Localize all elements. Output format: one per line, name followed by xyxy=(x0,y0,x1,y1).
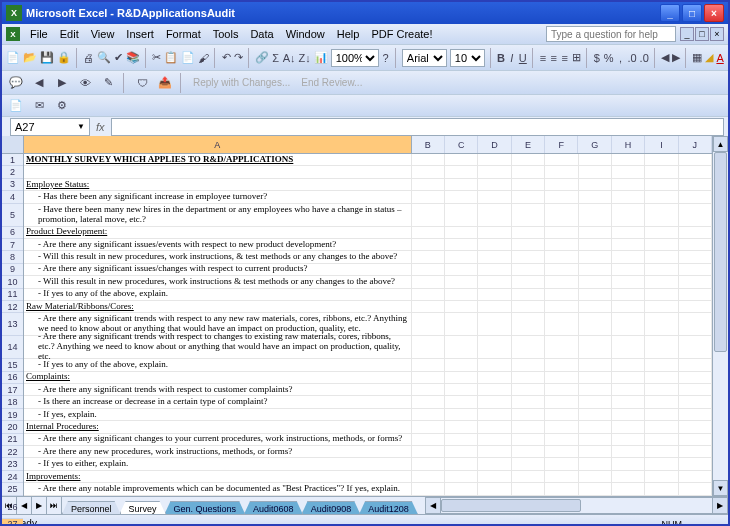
hscroll-thumb[interactable] xyxy=(441,499,581,512)
cell[interactable]: - Has there been any significant increas… xyxy=(24,191,412,202)
cell[interactable] xyxy=(478,409,511,420)
cell[interactable] xyxy=(412,239,445,250)
cell[interactable] xyxy=(612,421,645,432)
cell[interactable] xyxy=(645,336,678,358)
table-row[interactable]: MONTHLY SURVEY WHICH APPLIES TO R&D/APPL… xyxy=(24,154,712,166)
cell[interactable] xyxy=(512,239,545,250)
cell[interactable] xyxy=(445,251,478,262)
cell[interactable] xyxy=(545,239,578,250)
table-row[interactable]: - Are there any new procedures, work ins… xyxy=(24,446,712,458)
cell[interactable] xyxy=(679,154,712,165)
cell[interactable] xyxy=(545,471,578,482)
col-header-E[interactable]: E xyxy=(512,136,545,153)
cell[interactable] xyxy=(512,166,545,177)
cell[interactable] xyxy=(612,483,645,494)
table-row[interactable]: Improvements: xyxy=(24,471,712,483)
row-header[interactable]: 9 xyxy=(2,264,23,276)
cell[interactable] xyxy=(579,396,612,407)
cell[interactable] xyxy=(545,359,578,370)
cell[interactable] xyxy=(579,409,612,420)
menu-file[interactable]: File xyxy=(24,26,54,42)
cell[interactable] xyxy=(612,239,645,250)
cell[interactable] xyxy=(545,458,578,469)
table-row[interactable]: - Will this result in new procedures, wo… xyxy=(24,276,712,288)
cell[interactable] xyxy=(478,483,511,494)
cell[interactable] xyxy=(579,179,612,190)
pdf-settings-icon[interactable]: ⚙ xyxy=(52,96,72,116)
cell[interactable] xyxy=(545,204,578,226)
col-header-G[interactable]: G xyxy=(578,136,611,153)
cell[interactable] xyxy=(545,446,578,457)
cell[interactable] xyxy=(679,409,712,420)
menu-pdf[interactable]: PDF Create! xyxy=(365,26,438,42)
cell[interactable] xyxy=(612,204,645,226)
cell[interactable] xyxy=(412,289,445,300)
row-header[interactable]: 7 xyxy=(2,239,23,251)
table-row[interactable]: - Have there been many new hires in the … xyxy=(24,204,712,227)
cell[interactable] xyxy=(612,396,645,407)
save-icon[interactable]: 💾 xyxy=(40,48,54,68)
sheet-tab[interactable]: Gen. Questions xyxy=(165,501,246,514)
cell[interactable] xyxy=(445,372,478,383)
scroll-down-icon[interactable]: ▼ xyxy=(713,480,728,496)
cell[interactable]: - Have there been many new hires in the … xyxy=(24,204,412,226)
redo-icon[interactable]: ↷ xyxy=(234,48,243,68)
cell[interactable]: - Are there any significant trends with … xyxy=(24,336,412,358)
cell[interactable] xyxy=(478,301,511,312)
close-button[interactable]: × xyxy=(704,4,724,22)
cell[interactable] xyxy=(579,421,612,432)
cell[interactable]: - Are there any significant issues/chang… xyxy=(24,264,412,275)
cell[interactable] xyxy=(679,384,712,395)
cell[interactable] xyxy=(645,289,678,300)
cell[interactable] xyxy=(478,372,511,383)
cell[interactable] xyxy=(445,421,478,432)
cell[interactable] xyxy=(579,154,612,165)
cell[interactable] xyxy=(679,313,712,335)
table-row[interactable]: - Has there been any significant increas… xyxy=(24,191,712,203)
cell[interactable] xyxy=(478,471,511,482)
cell[interactable] xyxy=(412,313,445,335)
cell[interactable] xyxy=(412,483,445,494)
cell[interactable] xyxy=(445,166,478,177)
table-row[interactable]: - Are there any significant trends with … xyxy=(24,384,712,396)
prev-comment-icon[interactable]: ◀ xyxy=(29,73,49,93)
row-header[interactable]: 17 xyxy=(2,384,23,396)
cell[interactable] xyxy=(445,154,478,165)
cell[interactable] xyxy=(645,301,678,312)
cell[interactable] xyxy=(645,421,678,432)
cell[interactable]: - If yes to either, explain. xyxy=(24,458,412,469)
cell[interactable] xyxy=(679,434,712,445)
decrease-decimal-icon[interactable]: .0 xyxy=(640,48,649,68)
cell[interactable]: - Will this result in new procedures, wo… xyxy=(24,276,412,287)
cell[interactable] xyxy=(645,313,678,335)
cell[interactable] xyxy=(645,372,678,383)
table-row[interactable]: Internal Procedures: xyxy=(24,421,712,433)
cell[interactable] xyxy=(645,434,678,445)
fx-icon[interactable]: fx xyxy=(96,121,105,133)
cell[interactable] xyxy=(445,471,478,482)
open-icon[interactable]: 📂 xyxy=(23,48,37,68)
cell[interactable] xyxy=(645,251,678,262)
cell[interactable] xyxy=(512,483,545,494)
permission-icon[interactable]: 🔒 xyxy=(57,48,71,68)
scroll-thumb[interactable] xyxy=(714,152,727,352)
menu-window[interactable]: Window xyxy=(280,26,331,42)
table-row[interactable] xyxy=(24,166,712,178)
cell[interactable] xyxy=(612,227,645,238)
cell[interactable] xyxy=(478,359,511,370)
cell[interactable] xyxy=(545,372,578,383)
ink-icon[interactable]: ✎ xyxy=(98,73,118,93)
wb-restore[interactable]: □ xyxy=(695,27,709,41)
cell[interactable] xyxy=(645,166,678,177)
align-center-icon[interactable]: ≡ xyxy=(550,48,558,68)
comma-icon[interactable]: , xyxy=(617,48,625,68)
decrease-indent-icon[interactable]: ◀ xyxy=(661,48,669,68)
sheet-tab[interactable]: Personnel xyxy=(62,501,121,514)
preview-icon[interactable]: 🔍 xyxy=(97,48,111,68)
cell[interactable] xyxy=(412,359,445,370)
cell[interactable] xyxy=(412,421,445,432)
cell[interactable] xyxy=(478,289,511,300)
scroll-left-icon[interactable]: ◀ xyxy=(425,497,441,514)
cell[interactable] xyxy=(545,166,578,177)
cell[interactable] xyxy=(545,289,578,300)
